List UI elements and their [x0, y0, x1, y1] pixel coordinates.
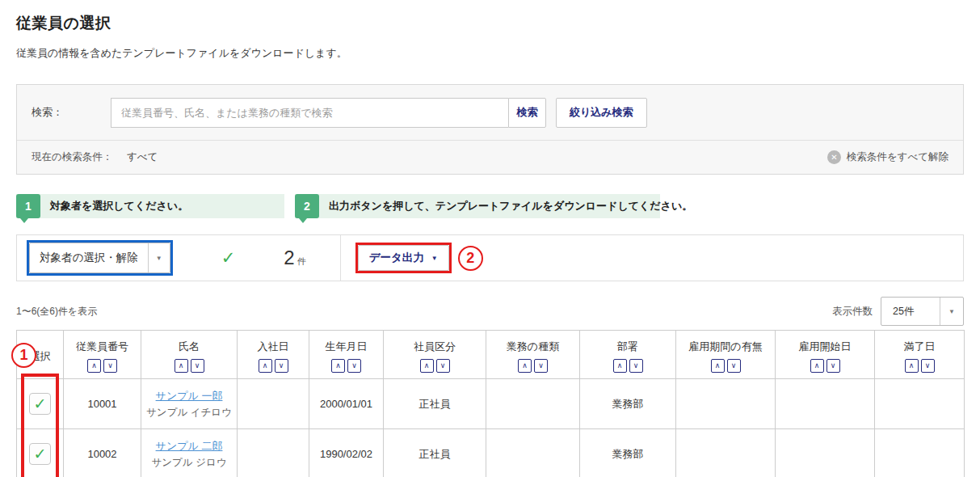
employee-no-cell: 10001 — [64, 379, 141, 429]
col-header-end-date: 満了日 ∧∨ — [875, 331, 965, 379]
search-input[interactable] — [111, 98, 508, 128]
name-cell: サンプル 二郎 サンプル ジロウ — [141, 429, 238, 477]
select-cell: ✓ — [17, 379, 64, 429]
table-row: ✓ 10002 サンプル 二郎 サンプル ジロウ 1990/02/02 正社員 … — [17, 429, 965, 477]
work-type-cell — [486, 379, 580, 429]
check-icon: ✓ — [221, 248, 236, 268]
data-export-button-label: データ出力 — [369, 251, 424, 265]
per-page-control: 表示件数 25件 ▼ — [832, 297, 964, 326]
sort-asc-button[interactable]: ∧ — [810, 359, 824, 373]
col-header-label: 生年月日 — [309, 340, 383, 354]
row-checkbox[interactable]: ✓ — [29, 393, 51, 415]
col-header-hire-date: 入社日 ∧∨ — [238, 331, 309, 379]
per-page-dropdown[interactable]: 25件 ▼ — [881, 297, 964, 326]
result-range-text: 1〜6(全6)件を表示 — [16, 305, 97, 319]
select-targets-dropdown[interactable]: 対象者の選択・解除 ▼ — [29, 243, 170, 273]
sort-desc-button[interactable]: ∨ — [727, 359, 741, 373]
hire-date-cell — [238, 379, 309, 429]
select-cell: ✓ — [17, 429, 64, 477]
step1-text: 対象者を選択してください。 — [50, 199, 188, 213]
sort-desc-button[interactable]: ∨ — [921, 359, 935, 373]
chevron-down-icon: ▼ — [148, 243, 170, 272]
birth-date-cell: 2000/01/01 — [309, 379, 384, 429]
col-header-label: 部署 — [580, 340, 675, 354]
sort-desc-button[interactable]: ∨ — [436, 359, 450, 373]
col-header-label: 業務の種類 — [486, 340, 579, 354]
sort-asc-button[interactable]: ∧ — [175, 359, 188, 373]
col-header-label: 雇用期間の有無 — [676, 340, 775, 354]
close-icon: ✕ — [827, 150, 841, 164]
employee-type-cell: 正社員 — [384, 429, 486, 477]
search-panel: 検索： 検索 絞り込み検索 現在の検索条件： すべて ✕ 検索条件をすべて解除 — [16, 84, 964, 175]
col-header-birth-date: 生年月日 ∧∨ — [309, 331, 384, 379]
col-header-label: 従業員番号 — [64, 340, 141, 354]
current-conditions-value: すべて — [127, 150, 158, 164]
employee-kana: サンプル ジロウ — [151, 457, 226, 468]
col-header-label: 満了日 — [875, 340, 964, 354]
step1-banner: 1 対象者を選択してください。 — [16, 194, 284, 218]
col-header-label: 氏名 — [141, 340, 237, 354]
step1-badge: 1 — [16, 194, 40, 218]
sort-asc-button[interactable]: ∧ — [87, 359, 101, 373]
employment-period-cell — [676, 379, 776, 429]
sort-asc-button[interactable]: ∧ — [259, 359, 272, 373]
sort-asc-button[interactable]: ∧ — [905, 359, 919, 373]
sort-desc-button[interactable]: ∨ — [826, 359, 840, 373]
search-input-group: 検索 — [111, 98, 546, 128]
end-date-cell — [875, 379, 965, 429]
employee-name-link[interactable]: サンプル 二郎 — [141, 439, 237, 454]
end-date-cell — [875, 429, 965, 477]
sort-desc-button[interactable]: ∨ — [275, 359, 288, 373]
action-bar: 対象者の選択・解除 ▼ ✓ 2 件 データ出力 ▼ 2 — [16, 234, 964, 281]
divider — [340, 235, 341, 281]
annotation-circle-1: 1 — [11, 343, 36, 368]
work-type-cell — [486, 429, 580, 477]
data-export-button[interactable]: データ出力 ▼ — [358, 245, 449, 271]
select-targets-dropdown-label: 対象者の選択・解除 — [30, 243, 148, 272]
sort-asc-button[interactable]: ∧ — [518, 359, 532, 373]
sort-desc-button[interactable]: ∨ — [347, 359, 361, 373]
selected-count-number: 2 — [284, 247, 294, 269]
search-button[interactable]: 検索 — [508, 98, 546, 128]
col-header-work-type: 業務の種類 ∧∨ — [486, 331, 580, 379]
employee-no-cell: 10002 — [64, 429, 141, 477]
sort-desc-button[interactable]: ∨ — [534, 359, 548, 373]
col-header-name: 氏名 ∧∨ — [141, 331, 238, 379]
row-checkbox[interactable]: ✓ — [29, 443, 51, 465]
page-subtitle: 従業員の情報を含めたテンプレートファイルをダウンロードします。 — [16, 46, 964, 61]
table-row: ✓ 10001 サンプル 一郎 サンプル イチロウ 2000/01/01 正社員… — [17, 379, 965, 429]
annotation-red-box: データ出力 ▼ — [355, 243, 452, 273]
chevron-down-icon: ▼ — [940, 298, 963, 325]
sort-desc-button[interactable]: ∨ — [191, 359, 204, 373]
per-page-value: 25件 — [881, 298, 940, 325]
clear-all-conditions-button[interactable]: ✕ 検索条件をすべて解除 — [827, 150, 948, 164]
filter-search-button[interactable]: 絞り込み検索 — [556, 98, 647, 128]
search-row: 検索： 検索 絞り込み検索 — [17, 85, 963, 140]
sort-asc-button[interactable]: ∧ — [613, 359, 627, 373]
col-header-employment-period: 雇用期間の有無 ∧∨ — [676, 331, 776, 379]
employee-select-page: 従業員の選択 従業員の情報を含めたテンプレートファイルをダウンロードします。 検… — [0, 0, 980, 477]
col-header-employee-type: 社員区分 ∧∨ — [384, 331, 486, 379]
birth-date-cell: 1990/02/02 — [309, 429, 384, 477]
department-cell: 業務部 — [580, 429, 676, 477]
sort-asc-button[interactable]: ∧ — [420, 359, 434, 373]
sort-asc-button[interactable]: ∧ — [331, 359, 345, 373]
sort-desc-button[interactable]: ∨ — [629, 359, 643, 373]
sort-desc-button[interactable]: ∨ — [103, 359, 117, 373]
col-header-label: 入社日 — [238, 340, 309, 354]
selected-count: 2 件 — [284, 247, 305, 269]
col-header-employee-no: 従業員番号 ∧∨ — [64, 331, 141, 379]
current-conditions-row: 現在の検索条件： すべて ✕ 検索条件をすべて解除 — [17, 140, 963, 174]
col-header-department: 部署 ∧∨ — [580, 331, 676, 379]
employee-kana: サンプル イチロウ — [146, 407, 232, 418]
sort-asc-button[interactable]: ∧ — [711, 359, 725, 373]
table-header-row: 選択 従業員番号 ∧∨ 氏名 ∧∨ 入社日 ∧∨ 生年月日 ∧∨ — [17, 331, 965, 379]
employee-type-cell: 正社員 — [384, 379, 486, 429]
current-conditions-label: 現在の検索条件： — [32, 150, 127, 164]
step2-banner: 2 出力ボタンを押して、テンプレートファイルをダウンロードしてください。 — [295, 194, 660, 218]
step2-badge: 2 — [295, 194, 319, 218]
employee-table: 選択 従業員番号 ∧∨ 氏名 ∧∨ 入社日 ∧∨ 生年月日 ∧∨ — [16, 330, 965, 477]
name-cell: サンプル 一郎 サンプル イチロウ — [141, 379, 238, 429]
employee-name-link[interactable]: サンプル 一郎 — [141, 389, 237, 403]
page-title: 従業員の選択 — [16, 13, 964, 34]
